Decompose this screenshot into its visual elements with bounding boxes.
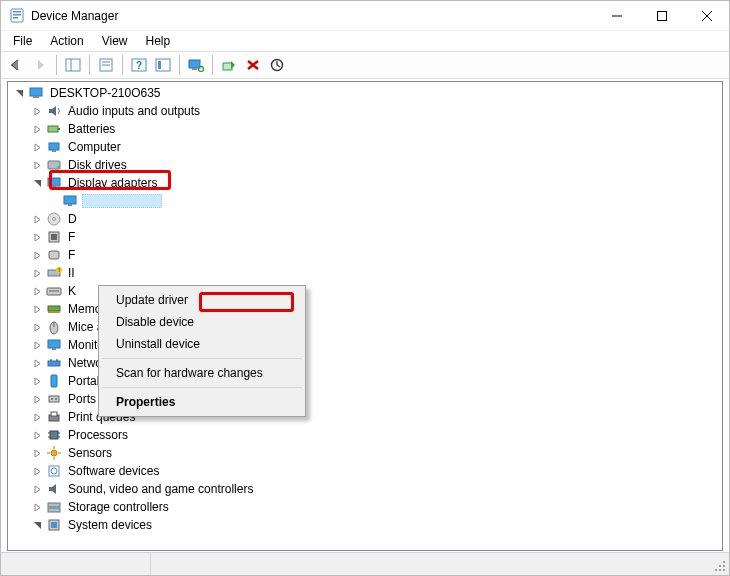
tree-root[interactable]: DESKTOP-210O635 — [8, 84, 722, 102]
expander-closed-icon[interactable] — [30, 284, 44, 298]
tree-category[interactable]: Disk drives — [8, 156, 722, 174]
tree-category-label: Audio inputs and outputs — [66, 104, 202, 118]
expander-closed-icon[interactable] — [30, 482, 44, 496]
tree-category-label: Disk drives — [66, 158, 129, 172]
context-menu-item-uninstall-device[interactable]: Uninstall device — [102, 333, 302, 355]
tree-item[interactable] — [8, 192, 722, 210]
menu-file[interactable]: File — [5, 33, 40, 49]
expander-closed-icon[interactable] — [30, 230, 44, 244]
tree-category-label: K — [66, 284, 78, 298]
toolbar-separator — [179, 55, 180, 75]
menu-help[interactable]: Help — [138, 33, 179, 49]
minimize-button[interactable] — [594, 1, 639, 31]
context-menu: Update driver Disable device Uninstall d… — [98, 285, 306, 417]
expander-closed-icon[interactable] — [30, 428, 44, 442]
tree-category[interactable]: Batteries — [8, 120, 722, 138]
expander-closed-icon[interactable] — [30, 122, 44, 136]
expander-closed-icon[interactable] — [30, 266, 44, 280]
svg-rect-81 — [719, 569, 721, 571]
display-child-icon — [62, 193, 78, 209]
memory-icon — [46, 301, 62, 317]
tree-category-label: Software devices — [66, 464, 161, 478]
tree-category[interactable]: Computer — [8, 138, 722, 156]
keyboard-icon — [46, 283, 62, 299]
expander-closed-icon[interactable] — [30, 104, 44, 118]
expander-open-icon[interactable] — [30, 518, 44, 532]
tree-category[interactable]: Sound, video and game controllers — [8, 480, 722, 498]
help-button[interactable]: ? — [128, 54, 150, 76]
firmware-icon — [46, 229, 62, 245]
forward-button[interactable] — [29, 54, 51, 76]
uninstall-button[interactable] — [242, 54, 264, 76]
enable-device-button[interactable] — [218, 54, 240, 76]
tree-category-label: II — [66, 266, 77, 280]
context-menu-item-disable-device[interactable]: Disable device — [102, 311, 302, 333]
resize-grip-icon[interactable] — [711, 557, 729, 575]
expander-open-icon[interactable] — [30, 176, 44, 190]
tree-item-label — [82, 194, 162, 208]
expander-closed-icon[interactable] — [30, 140, 44, 154]
tree-category[interactable]: F — [8, 228, 722, 246]
svg-point-31 — [57, 166, 59, 168]
menu-view[interactable]: View — [94, 33, 136, 49]
tree-category[interactable]: Software devices — [8, 462, 722, 480]
expander-closed-icon[interactable] — [30, 464, 44, 478]
dvd-icon — [46, 211, 62, 227]
menu-action[interactable]: Action — [42, 33, 91, 49]
svg-rect-32 — [48, 178, 60, 186]
tree-category[interactable]: Sensors — [8, 444, 722, 462]
svg-rect-52 — [48, 361, 60, 366]
ide-icon: ! — [46, 265, 62, 281]
svg-point-19 — [199, 67, 204, 72]
tree-category[interactable]: Processors — [8, 426, 722, 444]
svg-rect-39 — [51, 234, 57, 240]
tree-category-label: F — [66, 230, 77, 244]
expander-closed-icon[interactable] — [30, 356, 44, 370]
expander-closed-icon[interactable] — [30, 446, 44, 460]
tree-category[interactable]: Audio inputs and outputs — [8, 102, 722, 120]
expander-closed-icon[interactable] — [30, 158, 44, 172]
properties-button[interactable] — [95, 54, 117, 76]
close-button[interactable] — [684, 1, 729, 31]
tree-category[interactable]: !II — [8, 264, 722, 282]
update-driver-button[interactable] — [266, 54, 288, 76]
expander-closed-icon[interactable] — [30, 374, 44, 388]
expander-closed-icon[interactable] — [30, 302, 44, 316]
tree-category[interactable]: System devices — [8, 516, 722, 534]
svg-rect-18 — [192, 68, 197, 70]
svg-text:?: ? — [136, 60, 142, 71]
context-menu-item-properties[interactable]: Properties — [102, 391, 302, 413]
tree-category-label: Sound, video and game controllers — [66, 482, 255, 496]
show-hide-tree-button[interactable] — [62, 54, 84, 76]
svg-rect-50 — [48, 340, 60, 348]
svg-rect-17 — [189, 60, 200, 68]
sensor-icon — [46, 445, 62, 461]
svg-rect-29 — [52, 150, 56, 152]
expander-closed-icon[interactable] — [30, 320, 44, 334]
expander-closed-icon[interactable] — [30, 392, 44, 406]
context-menu-item-update-driver[interactable]: Update driver — [102, 289, 302, 311]
tree-category[interactable]: Storage controllers — [8, 498, 722, 516]
printer-icon — [46, 409, 62, 425]
expander-closed-icon[interactable] — [30, 212, 44, 226]
toolbar-separator — [89, 55, 90, 75]
expander-open-icon[interactable] — [12, 86, 26, 100]
scan-hardware-button[interactable] — [185, 54, 207, 76]
expander-closed-icon[interactable] — [30, 500, 44, 514]
tree-category-label: Display adapters — [66, 176, 159, 190]
tree-category[interactable]: D — [8, 210, 722, 228]
statusbar-pane — [151, 553, 711, 575]
back-button[interactable] — [5, 54, 27, 76]
svg-rect-40 — [49, 251, 59, 259]
tree-category[interactable]: Display adapters — [8, 174, 722, 192]
context-menu-item-scan-hardware[interactable]: Scan for hardware changes — [102, 362, 302, 384]
svg-rect-2 — [13, 14, 21, 16]
expander-closed-icon[interactable] — [30, 338, 44, 352]
expander-closed-icon[interactable] — [30, 410, 44, 424]
statusbar-pane — [1, 553, 151, 575]
svg-rect-35 — [68, 204, 72, 206]
maximize-button[interactable] — [639, 1, 684, 31]
action-button[interactable] — [152, 54, 174, 76]
expander-closed-icon[interactable] — [30, 248, 44, 262]
tree-category[interactable]: F — [8, 246, 722, 264]
